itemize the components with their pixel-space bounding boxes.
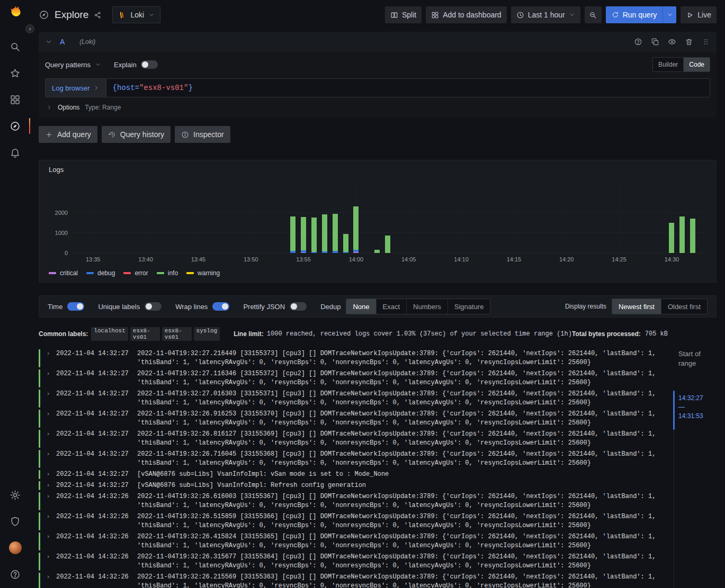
toggle-knob	[291, 303, 297, 310]
live-button[interactable]: Live	[681, 6, 717, 23]
query-token-label: {host=	[113, 84, 139, 92]
log-expand-chevron-icon[interactable]: ›	[44, 430, 52, 448]
log-expand-chevron-icon[interactable]: ›	[44, 573, 52, 588]
prettify-json-toggle[interactable]	[290, 302, 307, 311]
explain-toggle[interactable]	[141, 60, 158, 69]
query-input[interactable]: {host="esx8-vs01"}	[106, 79, 199, 97]
log-expand-chevron-icon[interactable]: ›	[44, 390, 52, 408]
sync-icon	[612, 11, 619, 19]
display-oldest-first[interactable]: Oldest first	[661, 299, 707, 314]
log-browser-button[interactable]: Log browser	[46, 79, 106, 97]
explain-control: Explain	[114, 60, 158, 69]
legend-item-critical[interactable]: critical	[49, 269, 78, 277]
dedup-exact[interactable]: Exact	[376, 299, 407, 314]
sidebar-item-dashboards[interactable]	[0, 93, 30, 106]
inspector-button[interactable]: Inspector	[175, 126, 230, 143]
log-row[interactable]: ›2022-11-04 14:32:27[vSAN@6876 sub=Libs]…	[39, 469, 666, 480]
add-query-button[interactable]: Add query	[39, 126, 97, 143]
navigation-time-from: 14:32:27	[678, 394, 703, 403]
log-row[interactable]: ›2022-11-04 14:32:262022-11-04T19:32:26.…	[39, 511, 666, 531]
log-expand-chevron-icon[interactable]: ›	[44, 349, 52, 367]
datasource-picker[interactable]: Loki	[112, 6, 160, 23]
options-label[interactable]: Options	[58, 104, 79, 111]
legend-item-info[interactable]: info	[157, 269, 178, 277]
query-history-button[interactable]: Query history	[102, 126, 171, 143]
log-expand-chevron-icon[interactable]: ›	[44, 481, 52, 490]
log-row[interactable]: ›2022-11-04 14:32:272022-11-04T19:32:27.…	[39, 388, 666, 409]
bell-icon	[10, 147, 21, 158]
sidebar-item-search[interactable]	[0, 40, 30, 53]
sidebar-item-help[interactable]	[0, 568, 30, 581]
log-message: 2022-11-04T19:32:26.215569 [33155363] [c…	[137, 573, 666, 588]
log-row[interactable]: ›2022-11-04 14:32:272022-11-04T19:32:27.…	[39, 368, 666, 388]
duplicate-query-icon[interactable]	[651, 38, 659, 46]
log-row[interactable]: ›2022-11-04 14:32:262022-11-04T19:32:26.…	[39, 531, 666, 551]
add-query-label: Add query	[57, 130, 91, 139]
legend-item-warning[interactable]: warning	[186, 269, 220, 277]
display-newest-first[interactable]: Newest first	[612, 299, 661, 314]
log-expand-chevron-icon[interactable]: ›	[44, 450, 52, 468]
log-expand-chevron-icon[interactable]: ›	[44, 532, 52, 550]
query-ref-id[interactable]: A	[60, 38, 65, 46]
legend-item-debug[interactable]: debug	[86, 269, 115, 277]
logs-meta-row: Common labels: localhostesx8-vs01esx8-vs…	[39, 327, 717, 341]
time-toggle[interactable]	[67, 302, 84, 311]
add-to-dashboard-label: Add to dashboard	[443, 11, 502, 19]
run-query-dropdown-button[interactable]	[663, 6, 676, 23]
log-expand-chevron-icon[interactable]: ›	[44, 410, 52, 428]
zoom-out-button[interactable]	[585, 6, 602, 23]
sidebar-item-starred[interactable]	[0, 67, 30, 79]
bar-info	[669, 223, 674, 253]
mode-builder[interactable]: Builder	[653, 58, 683, 71]
run-query-button[interactable]: Run query	[606, 6, 663, 23]
log-row[interactable]: ›2022-11-04 14:32:272022-11-04T19:32:26.…	[39, 429, 666, 449]
log-expand-chevron-icon[interactable]: ›	[44, 470, 52, 479]
chart-y-axis: 010002000	[49, 181, 68, 253]
wrap-lines-toggle[interactable]	[212, 302, 229, 311]
options-chevron-icon[interactable]	[46, 104, 52, 111]
log-row[interactable]: ›2022-11-04 14:32:272022-11-04T19:32:26.…	[39, 449, 666, 469]
log-expand-chevron-icon[interactable]: ›	[44, 553, 52, 571]
split-button[interactable]: Split	[385, 6, 422, 23]
toggle-knob	[142, 61, 148, 68]
log-expand-chevron-icon[interactable]: ›	[44, 512, 52, 530]
logs-navigation-selected-range[interactable]	[673, 391, 675, 430]
dedup-none[interactable]: None	[346, 299, 375, 314]
grafana-logo-icon[interactable]	[0, 5, 30, 18]
log-row[interactable]: ›2022-11-04 14:32:272022-11-04T19:32:26.…	[39, 409, 666, 429]
sidebar	[0, 0, 30, 588]
query-help-icon[interactable]	[634, 38, 642, 46]
legend-item-error[interactable]: error	[123, 269, 148, 277]
log-row[interactable]: ›2022-11-04 14:32:262022-11-04T19:32:26.…	[39, 572, 666, 588]
sidebar-expand-button[interactable]: ›	[25, 24, 34, 33]
log-row[interactable]: ›2022-11-04 14:32:272022-11-04T19:32:27.…	[39, 348, 666, 368]
log-row[interactable]: ›2022-11-04 14:32:27[vSAN@6876 sub=Libs]…	[39, 480, 666, 491]
control-time: Time	[48, 302, 84, 311]
dedup-signature[interactable]: Signature	[447, 299, 490, 314]
share-icon[interactable]	[94, 11, 102, 19]
mode-code[interactable]: Code	[683, 58, 710, 71]
sidebar-item-explore[interactable]	[0, 120, 30, 132]
log-row[interactable]: ›2022-11-04 14:32:262022-11-04T19:32:26.…	[39, 551, 666, 572]
sidebar-item-settings[interactable]	[0, 489, 30, 501]
log-row[interactable]: ›2022-11-04 14:32:262022-11-04T19:32:26.…	[39, 491, 666, 511]
time-range-picker[interactable]: Last 1 hour	[511, 6, 580, 23]
sidebar-item-alerting[interactable]	[0, 146, 30, 159]
hide-query-eye-icon[interactable]	[668, 38, 676, 46]
logs-navigation-times[interactable]: 14:32:27 — 14:31:53	[678, 394, 703, 421]
sidebar-item-admin[interactable]	[0, 515, 30, 528]
query-patterns-dropdown[interactable]: Query patterns	[45, 61, 101, 69]
clock-icon	[516, 11, 524, 19]
unique-labels-toggle[interactable]	[145, 302, 162, 311]
log-expand-chevron-icon[interactable]: ›	[44, 492, 52, 510]
add-to-dashboard-button[interactable]: Add to dashboard	[426, 6, 507, 23]
sidebar-item-profile[interactable]	[0, 541, 30, 554]
log-options-bar: TimeUnique labelsWrap linesPrettify JSON…	[39, 295, 717, 318]
log-expand-chevron-icon[interactable]: ›	[44, 369, 52, 387]
delete-query-trash-icon[interactable]	[685, 38, 693, 46]
loki-logo-icon	[118, 11, 126, 19]
collapse-chevron-icon[interactable]	[45, 38, 52, 46]
dedup-numbers[interactable]: Numbers	[406, 299, 447, 314]
explore-page: Explore Loki Split Add to dashboard Last…	[30, 0, 725, 588]
drag-handle-grip-icon[interactable]	[702, 38, 710, 46]
